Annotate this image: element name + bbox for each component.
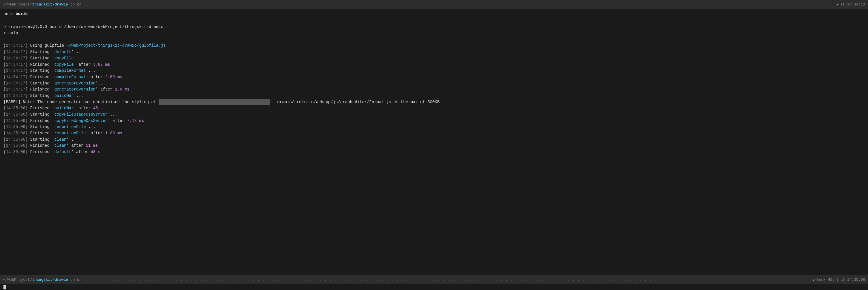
ts-12: [14:35:06] — [3, 119, 28, 123]
log-finished-2: Finished ' — [28, 75, 54, 79]
log-line-5: [14:34:17] Starting 'complieFormat'... — [3, 68, 865, 74]
log-line-16: [14:35:06] Finished 'clean' after 11 ms — [3, 143, 865, 149]
duration-7: 11 ms — [86, 143, 98, 148]
log-starting-7: Starting ' — [28, 125, 54, 129]
top-path-normal: ~/WebProject/ — [3, 2, 32, 7]
task-default-1: default — [54, 50, 71, 54]
log-finished-1: Finished ' — [28, 62, 54, 67]
log-finished-6: Finished ' — [28, 131, 54, 135]
task-clean-end: clean — [54, 143, 66, 148]
bottom-took: took 49s — [817, 278, 835, 282]
log-line-15: [14:35:06] Starting 'clean'... — [3, 137, 865, 143]
duration-1: 3.87 ms — [93, 62, 110, 67]
top-tab-bar: ~/WebProject/thingskit-drawio on on ....… — [0, 0, 868, 9]
log-after-2: ' after — [86, 75, 105, 79]
babel-as: as — [394, 100, 401, 104]
ts-4: [14:34:17] — [3, 62, 28, 67]
ts-10: [14:35:06] — [3, 106, 28, 110]
log-starting-8: Starting ' — [28, 137, 54, 142]
log-after-5: ' after — [107, 119, 127, 123]
top-tab-right: ✔ at 14:34:13 — [836, 2, 865, 7]
log-end-9: '... — [74, 93, 84, 98]
log-line-9: [14:34:17] Starting 'buildWar'... — [3, 93, 865, 99]
log-after-6: ' after — [86, 131, 105, 135]
log-after-4: ' after — [74, 106, 93, 110]
task-copyoss-end: copyFileUsageOssServer — [54, 119, 107, 123]
ts-9: [14:34:17] — [3, 93, 28, 98]
top-tab-label: ~/WebProject/thingskit-drawio on on — [3, 2, 82, 7]
babel-warning-line: [BABEL] Note: The code generator has deo… — [3, 99, 865, 105]
log-after-3: ' after — [95, 87, 115, 92]
log-starting-6: Starting ' — [28, 112, 54, 117]
log-finished-8: Finished ' — [28, 150, 54, 154]
log-end-15: '... — [66, 137, 76, 142]
task-complieformat-end: complieFormat — [54, 75, 86, 79]
duration-6: 1.88 ms — [105, 131, 122, 135]
cmd-output-1: > drawio-dev@1.0.0 build /Users/weiwen/W… — [3, 24, 865, 30]
log-starting-3: Starting ' — [28, 68, 54, 73]
bottom-path-highlight: thingskit-drawio — [32, 278, 68, 282]
task-copyoss-start: copyFileUsageOssServer — [54, 112, 107, 117]
cmd-output-2: > gulp — [3, 30, 865, 37]
bottom-tab-right: ✔ took 49s | at 14:35:06 — [813, 278, 865, 282]
cmd-prefix-1: > drawio-dev@1.0.0 build /Users/weiwen/W… — [3, 25, 163, 29]
task-copyfile-start: copyFile — [54, 56, 73, 61]
log-msg-1: Using gulpfile — [28, 43, 66, 48]
bottom-path-normal: ~/WebProject/ — [3, 278, 32, 282]
log-after-7: ' after — [66, 143, 86, 148]
bottom-checkmark: ✔ — [813, 278, 815, 282]
log-end-2: '... — [71, 50, 81, 54]
log-end-3: '... — [74, 56, 84, 61]
task-buildwar-start: buildWar — [54, 93, 73, 98]
log-line-1: [14:34:17] Using gulpfile ~/WebProject/t… — [3, 43, 865, 49]
log-end-11: '... — [107, 112, 117, 117]
ts-3: [14:34:17] — [3, 56, 28, 61]
cursor-line — [0, 284, 868, 290]
log-starting-5: Starting ' — [28, 93, 54, 98]
duration-4: 48 s — [93, 106, 103, 110]
duration-2: 2.09 ms — [105, 75, 122, 79]
ts-6: [14:34:17] — [3, 75, 28, 79]
top-checkmark: ✔ — [836, 2, 839, 7]
task-reduction-end: reductionFile — [54, 131, 86, 135]
duration-3: 1.6 ms — [115, 87, 129, 92]
log-starting-4: Starting ' — [28, 81, 54, 86]
build-text: build — [16, 11, 28, 16]
task-default-end: default — [54, 150, 71, 154]
top-tab-dots: ........................................… — [84, 3, 677, 6]
terminal-content: pnpm build > drawio-dev@1.0.0 build /Use… — [0, 9, 868, 275]
ts-11: [14:35:06] — [3, 112, 28, 117]
log-after-1: ' after — [74, 62, 93, 67]
cursor-block — [3, 285, 6, 289]
top-branch-prefix: on — [68, 2, 77, 7]
task-copyfile-end: copyFile — [54, 62, 73, 67]
task-clean-start: clean — [54, 137, 66, 142]
log-line-14: [14:35:06] Finished 'reductionFile' afte… — [3, 130, 865, 137]
log-line-8: [14:34:17] Finished 'generatoreVersion' … — [3, 87, 865, 93]
log-line-17: [14:35:06] Finished 'default' after 48 s — [3, 149, 865, 155]
ts-1: [14:34:17] — [3, 43, 28, 48]
log-end-5: '... — [86, 68, 96, 73]
ts-16: [14:35:06] — [3, 143, 28, 148]
log-finished-4: Finished ' — [28, 106, 54, 110]
log-gulpfile: ~/WebProject/thingskit-drawio/gulpfile.j… — [66, 43, 165, 48]
task-genver-end: generatoreVersion — [54, 87, 95, 92]
log-line-4: [14:34:17] Finished 'copyFile' after 3.8… — [3, 62, 865, 68]
log-line-12: [14:35:06] Finished 'copyFileUsageOssSer… — [3, 118, 865, 124]
bottom-divider: | — [836, 278, 839, 282]
blank-line-2 — [3, 37, 865, 43]
pnpm-command-line: pnpm build — [3, 11, 865, 17]
babel-prefix: [BABEL] Note: The code generator has deo… — [3, 100, 159, 104]
top-path-highlight: thingskit-drawio — [32, 2, 68, 7]
duration-8: 48 s — [91, 150, 100, 154]
log-starting-2: Starting ' — [28, 56, 54, 61]
bottom-branch-prefix: on — [68, 278, 77, 282]
task-reduction-start: reductionFile — [54, 125, 86, 129]
log-after-8: ' after — [71, 150, 91, 154]
log-line-10: [14:35:06] Finished 'buildWar' after 48 … — [3, 105, 865, 111]
ts-17: [14:35:06] — [3, 150, 28, 154]
babel-the: the — [401, 100, 411, 104]
ts-15: [14:35:06] — [3, 137, 28, 142]
babel-suffix: max of 500KB. — [410, 100, 442, 104]
log-line-6: [14:34:17] Finished 'complieFormat' afte… — [3, 74, 865, 80]
